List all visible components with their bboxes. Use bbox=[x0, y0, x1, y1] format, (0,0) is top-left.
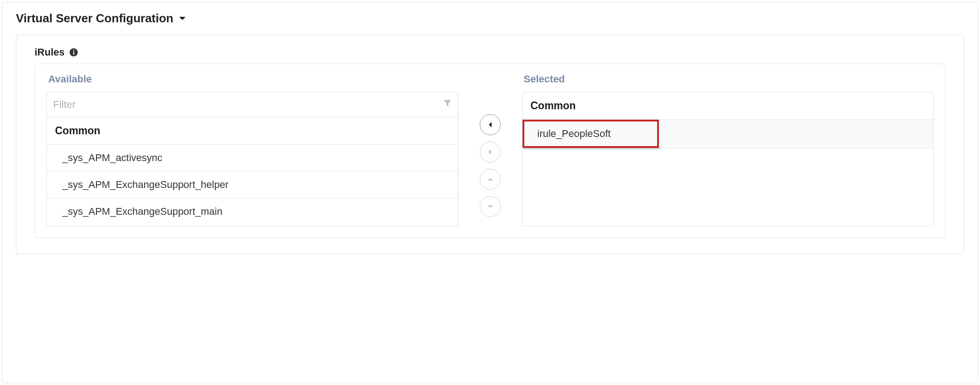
move-down-button[interactable] bbox=[480, 196, 501, 217]
section-title: Virtual Server Configuration bbox=[16, 11, 173, 25]
move-right-button[interactable] bbox=[480, 142, 501, 162]
config-panel: iRules Available bbox=[16, 35, 964, 254]
list-item[interactable]: _sys_APM_ExchangeSupport_main bbox=[47, 198, 458, 225]
available-listbox: Common _sys_APM_activesync _sys_APM_Exch… bbox=[46, 92, 458, 226]
available-column: Available Common _sys_APM_activesync _sy… bbox=[46, 73, 458, 226]
section-toggle[interactable]: Virtual Server Configuration bbox=[16, 11, 964, 25]
list-item[interactable]: _sys_APM_ExchangeSupport_helper bbox=[47, 172, 458, 198]
list-item[interactable]: irule_PeopleSoft bbox=[523, 120, 659, 148]
filter-input[interactable] bbox=[47, 92, 458, 117]
svg-rect-2 bbox=[73, 50, 74, 51]
selected-group-header: Common bbox=[523, 92, 934, 119]
irules-dual-list: Available Common _sys_APM_activesync _sy… bbox=[35, 64, 945, 238]
info-icon[interactable] bbox=[69, 48, 78, 57]
list-item[interactable]: _sys_APM_activesync bbox=[47, 145, 458, 172]
transfer-buttons bbox=[458, 73, 522, 223]
caret-down-icon bbox=[179, 16, 186, 21]
move-left-button[interactable] bbox=[480, 114, 501, 135]
move-up-button[interactable] bbox=[480, 169, 501, 190]
available-group-header: Common bbox=[47, 117, 458, 145]
irules-label: iRules bbox=[35, 46, 65, 58]
svg-rect-1 bbox=[73, 52, 74, 55]
available-header: Available bbox=[48, 73, 458, 85]
filter-icon bbox=[443, 100, 452, 110]
selected-listbox: Common irule_PeopleSoft bbox=[522, 92, 934, 226]
selected-column: Selected Common irule_PeopleSoft bbox=[522, 73, 934, 226]
selected-header: Selected bbox=[524, 73, 934, 85]
list-row-filler bbox=[659, 120, 934, 148]
